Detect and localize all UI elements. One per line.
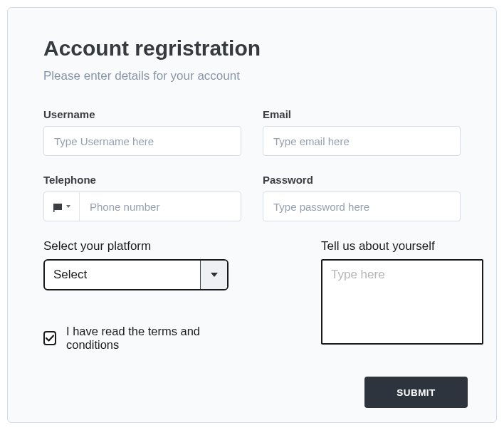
platform-select-value: Select [45,261,200,289]
submit-button[interactable]: SUBMIT [364,377,468,408]
terms-checkbox[interactable] [43,331,56,345]
svg-rect-0 [53,204,62,210]
field-username: Username [43,108,241,156]
field-telephone: Telephone [43,174,241,221]
row-1: Username Email [43,108,461,156]
field-email: Email [263,108,461,156]
email-label: Email [263,108,461,120]
telephone-label: Telephone [43,174,241,186]
platform-select[interactable]: Select [43,259,229,290]
platform-select-button [200,261,227,289]
chevron-down-icon [66,205,70,208]
chevron-down-icon [211,273,218,277]
email-input[interactable] [263,126,461,156]
field-password: Password [263,174,461,221]
platform-label: Select your platform [43,239,229,253]
registration-card: Account regristration Please enter detai… [7,7,497,423]
password-label: Password [263,174,461,186]
row-2: Telephone Password [43,174,461,221]
username-label: Username [43,108,241,120]
terms-label[interactable]: I have read the terms and conditions [66,325,229,352]
page-subtitle: Please enter details for your account [43,69,461,83]
terms-row: I have read the terms and conditions [43,325,229,352]
right-column: Tell us about yourself [321,239,483,352]
country-flag-button[interactable] [44,192,80,221]
check-icon [45,333,55,343]
telephone-input[interactable] [80,192,241,221]
flag-icon [53,202,65,211]
phone-input-group [43,192,241,221]
page-title: Account regristration [43,36,461,61]
left-column: Select your platform Select I have read … [43,239,229,352]
row-3: Select your platform Select I have read … [43,239,461,352]
username-input[interactable] [43,126,241,156]
svg-rect-1 [53,204,55,212]
password-input[interactable] [263,192,461,221]
about-textarea[interactable] [321,259,483,345]
about-label: Tell us about yourself [321,239,483,253]
